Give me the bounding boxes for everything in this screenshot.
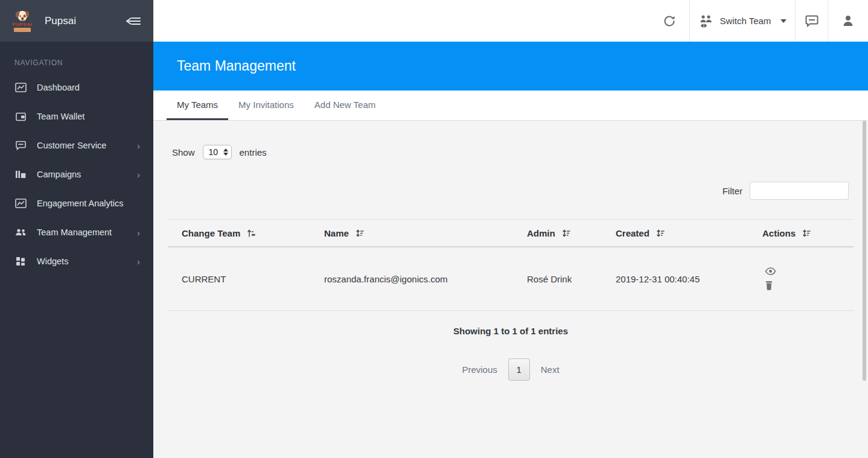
tab-my-invitations[interactable]: My Invitations [228,91,304,120]
sidebar-item-label: Engagement Analytics [37,199,140,208]
sidebar-item-label: Team Management [37,227,137,237]
filter-control: Filter [723,182,849,200]
line-chart-icon [14,199,27,208]
sort-ascending-icon [247,229,256,238]
pupsai-logo: 🐶 PUPSAI [8,5,36,37]
page-header: Team Management [153,42,868,91]
wallet-icon [14,112,27,121]
widgets-icon [14,256,27,266]
sidebar-collapse-button[interactable] [126,16,141,26]
table-row: CURRENT roszanda.francis@igonics.com Ros… [168,247,854,311]
chevron-right-icon: › [137,227,140,238]
page-size-control: Show 10 entries [172,145,267,159]
sidebar-item-widgets[interactable]: Widgets › [0,247,153,276]
chat-icon [805,15,819,27]
chevron-right-icon: › [137,170,140,180]
nav-section-label: NAVIGATION [0,42,153,73]
chevron-right-icon: › [137,141,140,151]
entries-label: entries [240,147,267,157]
page-size-select[interactable]: 10 [203,145,232,159]
tab-panel-my-teams: Show 10 entries Filter Change Team [153,121,868,458]
column-header-change-team[interactable]: Change Team [168,220,310,246]
app-window: 🐶 PUPSAI Pupsai NAVIGATION [0,0,868,458]
page-title: Team Management [177,58,296,74]
trash-icon [765,281,773,290]
sidebar-item-dashboard[interactable]: Dashboard [0,73,153,102]
filter-input[interactable] [750,182,849,200]
switch-team-icon [698,14,714,28]
sidebar-item-engagement-analytics[interactable]: Engagement Analytics [0,189,153,218]
cell-created: 2019-12-31 00:40:45 [602,247,748,310]
logo-banner [14,28,31,32]
caret-down-icon [780,19,787,23]
column-header-actions[interactable]: Actions [748,220,854,246]
sidebar-brand: 🐶 PUPSAI Pupsai [0,0,153,42]
people-icon [14,228,27,237]
refresh-icon [663,14,676,28]
view-team-button[interactable] [765,267,776,275]
user-menu-button[interactable] [828,0,868,42]
cell-change-team: CURRENT [168,247,310,310]
column-header-created[interactable]: Created [602,220,748,246]
table-header-row: Change Team Name Admin [168,219,854,247]
entries-summary: Showing 1 to 1 of 1 entries [153,326,868,336]
sidebar-item-customer-service[interactable]: Customer Service › [0,131,153,160]
collapse-arrow-icon [126,16,141,26]
page-number-button[interactable]: 1 [508,358,530,381]
switch-team-dropdown[interactable]: Switch Team [689,0,795,42]
logo-wordmark: PUPSAI [13,22,33,27]
vertical-scrollbar[interactable] [863,121,866,381]
dog-logo-icon: 🐶 [15,10,30,22]
sidebar-item-label: Campaigns [37,170,137,179]
sidebar-item-team-wallet[interactable]: Team Wallet [0,102,153,131]
brand-name: Pupsai [45,15,126,27]
sidebar-item-campaigns[interactable]: Campaigns › [0,160,153,189]
tabs-bar: My Teams My Invitations Add New Team [153,91,868,121]
sidebar-item-label: Dashboard [37,83,140,92]
line-chart-icon [14,83,27,92]
sidebar-item-label: Team Wallet [37,112,140,121]
tab-my-teams[interactable]: My Teams [167,91,228,120]
chevron-right-icon: › [137,256,140,267]
previous-page-link[interactable]: Previous [462,364,497,375]
next-page-link[interactable]: Next [541,364,560,375]
switch-team-label: Switch Team [720,16,771,26]
column-header-name[interactable]: Name [310,220,513,246]
teams-table: Change Team Name Admin [168,219,854,311]
pagination: Previous 1 Next [153,358,868,381]
sort-icon [356,229,365,238]
sidebar-item-label: Widgets [37,256,137,266]
sort-icon [562,229,571,238]
page-size-value: 10 [209,147,223,157]
filter-label: Filter [723,186,742,196]
sidebar-nav: Dashboard Team Wallet Customer Service › [0,73,153,276]
delete-team-button[interactable] [765,281,773,290]
sort-icon [802,229,811,238]
cell-name: roszanda.francis@igonics.com [310,247,513,310]
topbar: Switch Team [153,0,868,42]
sidebar: 🐶 PUPSAI Pupsai NAVIGATION [0,0,153,458]
cell-admin: Rosé Drink [513,247,602,310]
columns-icon [14,170,27,179]
sort-icon [656,229,665,238]
column-header-admin[interactable]: Admin [513,220,602,246]
user-icon [841,14,855,28]
show-label: Show [172,147,195,157]
cell-actions [748,247,854,310]
sidebar-item-label: Customer Service [37,141,137,150]
eye-icon [765,267,776,275]
sidebar-item-team-management[interactable]: Team Management › [0,218,153,247]
tab-add-new-team[interactable]: Add New Team [304,91,386,120]
messages-button[interactable] [795,0,828,42]
chat-bubble-icon [14,141,27,150]
refresh-button[interactable] [649,0,689,42]
select-stepper-icon [223,148,228,156]
